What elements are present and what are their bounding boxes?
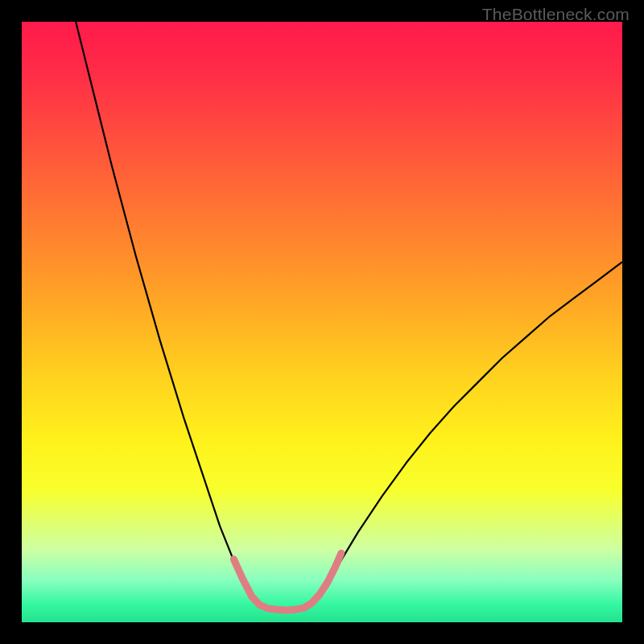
series-highlight-segment (233, 553, 341, 610)
plot-area (22, 22, 622, 622)
series-right-branch (280, 262, 622, 610)
chart-frame: TheBottleneck.com (0, 0, 644, 644)
series-left-branch (76, 22, 280, 610)
curve-layer (22, 22, 622, 622)
